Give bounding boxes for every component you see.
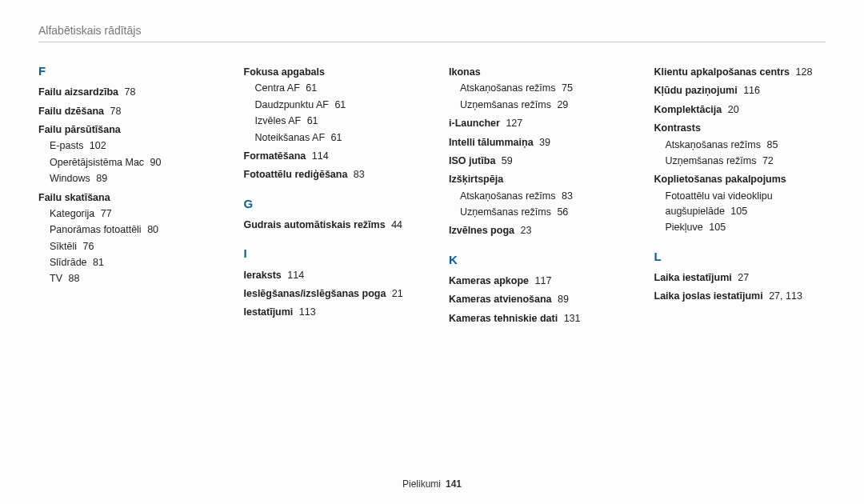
index-column: FFailu aizsardzība 78Failu dzēšana 78Fai… (38, 62, 210, 326)
index-subentry-text: Daudzpunktu AF (255, 99, 329, 110)
index-subentry: Windows 89 (38, 171, 210, 186)
index-subentry-text: Atskaņošanas režīms (666, 139, 762, 150)
index-subentry-page: 76 (80, 241, 94, 252)
index-entry-text: Formatēšana (244, 150, 306, 162)
index-subentry-text: Windows (50, 173, 90, 184)
index-entry-page: 21 (389, 288, 402, 299)
index-subentry-page: 105 (706, 222, 726, 233)
page-header: Alfabētiskais rādītājs (38, 24, 826, 37)
index-subentry-text: TV (50, 273, 62, 284)
index-entry-text: Intelli tālummaiņa (449, 137, 534, 148)
index-section-letter: L (654, 247, 826, 266)
index-subentry-text: Sīktēli (50, 241, 77, 252)
index-entry-page: 89 (555, 294, 569, 305)
index-subentry-page: 90 (147, 157, 161, 168)
index-entry: Failu aizsardzība 78 (38, 85, 210, 100)
index-entry: Failu skatīšana (38, 190, 210, 206)
index-entry: Kļūdu paziņojumi 116 (654, 83, 826, 98)
index-subentry-text: Operētājsistēma Mac (50, 157, 144, 168)
index-entry-page: 113 (296, 306, 315, 318)
index-column: IkonasAtskaņošanas režīms 75Uzņemšanas r… (449, 62, 621, 326)
index-entry-text: Iestatījumi (244, 306, 294, 318)
index-subentry: Fotoattēlu vai videoklipu augšupielāde 1… (654, 189, 826, 220)
index-subentry-text: Uzņemšanas režīms (460, 206, 551, 218)
index-entry-text: Fotoattēlu rediģēšana (244, 169, 348, 180)
index-entry: Koplietošanas pakalpojums (654, 172, 826, 187)
index-subentry: Operētājsistēma Mac 90 (38, 155, 210, 170)
index-entry: Intelli tālummaiņa 39 (449, 135, 621, 150)
index-entry: Ikonas (449, 65, 621, 80)
index-entry: Fotoattēlu rediģēšana 83 (244, 167, 416, 182)
index-subentry: Piekļuve 105 (654, 220, 826, 235)
index-entry: Kameras atvienošana 89 (449, 292, 621, 307)
index-subentry-text: Uzņemšanas režīms (666, 155, 757, 166)
index-subentry: Noteikšanas AF 61 (244, 130, 416, 146)
index-entry-text: Izšķirtspēja (449, 174, 503, 185)
index-entry-text: Failu pārsūtīšana (38, 124, 121, 135)
index-section-letter: I (244, 244, 416, 262)
index-subentry-text: E-pasts (50, 140, 83, 151)
index-entry-text: Kļūdu paziņojumi (654, 85, 738, 96)
index-entry-text: Kameras atvienošana (449, 294, 552, 305)
index-entry: Iestatījumi 113 (244, 305, 416, 320)
index-entry-page: 131 (561, 313, 580, 324)
index-subentry-page: 77 (98, 208, 111, 219)
index-entry-page: 27, 113 (766, 290, 802, 302)
index-subentry: Kategorija 77 (38, 206, 210, 222)
page-footer: Pielikumi141 (0, 478, 864, 490)
index-entry: Laika joslas iestatījumi 27, 113 (654, 289, 826, 304)
index-subentry-page: 102 (86, 140, 106, 151)
index-entry-text: Failu skatīšana (38, 192, 110, 203)
index-entry-text: Laika joslas iestatījumi (654, 290, 763, 302)
index-subentry: TV 88 (38, 271, 210, 286)
index-column: Fokusa apgabalsCentra AF 61Daudzpunktu A… (244, 62, 416, 326)
index-subentry: Daudzpunktu AF 61 (244, 98, 416, 113)
index-entry: Izšķirtspēja (449, 172, 621, 187)
index-entry-page: 23 (518, 225, 531, 236)
index-subentry: Uzņemšanas režīms 56 (449, 205, 621, 220)
index-entry-text: Komplektācija (654, 104, 722, 115)
index-entry-text: Fokusa apgabals (244, 66, 325, 78)
index-subentry: E-pasts 102 (38, 138, 210, 154)
index-subentry-page: 56 (554, 206, 568, 218)
index-subentry-page: 29 (554, 99, 568, 110)
index-entry-text: Kontrasts (654, 122, 701, 134)
index-entry-text: i-Launcher (449, 118, 500, 129)
index-subentry: Panorāmas fotoattēli 80 (38, 222, 210, 238)
index-columns: FFailu aizsardzība 78Failu dzēšana 78Fai… (38, 62, 826, 326)
index-subentry-page: 81 (90, 257, 104, 268)
index-entry: Gudrais automātiskais režīms 44 (244, 218, 416, 233)
index-entry-text: Ikonas (449, 66, 481, 78)
index-subentry-page: 88 (66, 273, 79, 284)
index-subentry-text: Noteikšanas AF (255, 132, 326, 143)
index-entry: Failu pārsūtīšana (38, 122, 210, 138)
index-subentry-text: Panorāmas fotoattēli (50, 224, 142, 235)
index-entry: Laika iestatījumi 27 (654, 270, 826, 286)
index-entry: Fokusa apgabals (244, 65, 416, 80)
index-subentry: Slīdrāde 81 (38, 255, 210, 270)
index-entry: i-Launcher 127 (449, 116, 621, 131)
index-subentry: Atskaņošanas režīms 85 (654, 138, 826, 153)
index-section-letter: K (449, 250, 621, 269)
index-subentry-text: Slīdrāde (50, 257, 87, 268)
footer-label: Pielikumi (402, 478, 441, 490)
index-entry-page: 78 (107, 106, 121, 117)
index-column: Klientu apkalpošanas centrs 128Kļūdu paz… (654, 62, 826, 326)
index-entry-text: Ieraksts (244, 270, 282, 281)
index-entry-page: 117 (532, 275, 551, 286)
index-entry-page: 39 (537, 137, 550, 148)
index-entry: ISO jutība 59 (449, 154, 621, 169)
index-entry: Failu dzēšana 78 (38, 104, 210, 119)
index-entry-page: 59 (498, 155, 512, 166)
index-entry: Kameras tehniskie dati 131 (449, 311, 621, 326)
index-entry-text: Kameras apkope (449, 275, 529, 286)
index-subentry-text: Izvēles AF (255, 115, 302, 126)
index-subentry-page: 75 (559, 82, 573, 94)
index-subentry-text: Kategorija (50, 208, 94, 219)
index-subentry-page: 61 (328, 132, 342, 143)
index-entry: Izvēlnes poga 23 (449, 223, 621, 238)
index-subentry: Sīktēli 76 (38, 239, 210, 254)
index-entry: Kameras apkope 117 (449, 274, 621, 289)
index-entry-text: Klientu apkalpošanas centrs (654, 66, 790, 78)
index-entry: Formatēšana 114 (244, 149, 416, 164)
